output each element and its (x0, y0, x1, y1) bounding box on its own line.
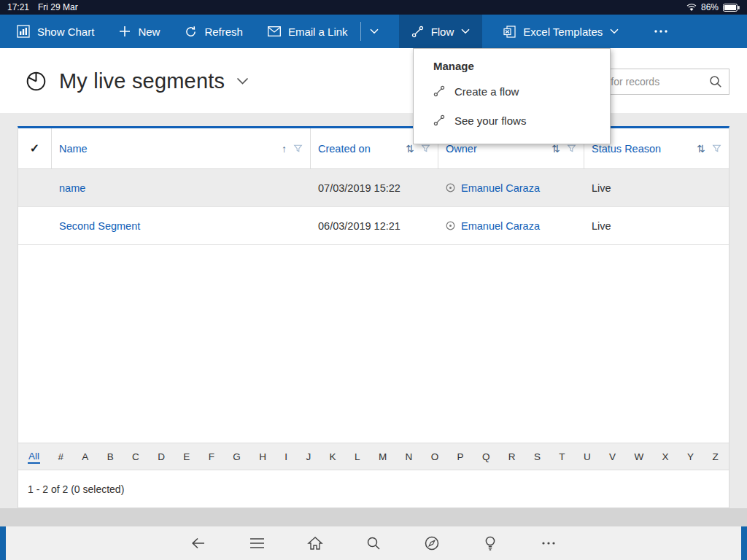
alphabet-filter-C[interactable]: C (131, 451, 140, 463)
alphabet-filter-B[interactable]: B (107, 451, 115, 463)
flow-icon (433, 85, 445, 97)
chart-icon (17, 25, 30, 38)
alphabet-filter-L[interactable]: L (354, 451, 361, 463)
alphabet-filter-N[interactable]: N (405, 451, 414, 463)
new-button[interactable]: New (107, 15, 172, 48)
ellipsis-icon (654, 29, 668, 34)
more-button[interactable] (539, 534, 558, 553)
alphabet-filter-I[interactable]: I (284, 451, 288, 463)
alphabet-filter-Z[interactable]: Z (711, 451, 719, 463)
menu-item-see-your-flows[interactable]: See your flows (414, 106, 610, 135)
back-button[interactable] (189, 534, 208, 553)
bottom-gray-strip (0, 508, 747, 526)
alphabet-filter-V[interactable]: V (608, 451, 616, 463)
status-time: 17:21 (7, 2, 29, 12)
bottom-bar (0, 526, 747, 560)
show-chart-button[interactable]: Show Chart (4, 15, 107, 48)
flow-dropdown-menu: Manage Create a flow See your flows (413, 48, 611, 144)
flow-label: Flow (431, 26, 454, 38)
select-all-column[interactable]: ✓ (18, 128, 52, 168)
record-name-link[interactable]: name (59, 182, 85, 194)
record-count: 1 - 2 of 2 (0 selected) (28, 483, 124, 495)
excel-templates-label: Excel Templates (523, 26, 603, 38)
email-a-link-button[interactable]: Email a Link (255, 15, 360, 48)
alphabet-filter-D[interactable]: D (157, 451, 166, 463)
alphabet-filter-T[interactable]: T (558, 451, 565, 463)
checkmark-icon: ✓ (30, 141, 39, 155)
column-header-name[interactable]: Name ↑ (52, 128, 311, 168)
excel-icon (503, 26, 516, 38)
chevron-down-icon (610, 28, 619, 34)
alphabet-filter-X[interactable]: X (662, 451, 670, 463)
alphabet-filter-J[interactable]: J (305, 451, 311, 463)
alphabet-filter-M[interactable]: M (378, 451, 387, 463)
alphabet-filter-P[interactable]: P (457, 451, 465, 463)
alphabet-filter-Y[interactable]: Y (686, 451, 694, 463)
flow-icon (411, 26, 424, 38)
table-row[interactable]: Second Segment 06/03/2019 12:21 Emanuel … (18, 207, 729, 245)
segment-pie-icon (25, 70, 47, 93)
alphabet-filter-E[interactable]: E (182, 451, 190, 463)
menu-item-create-a-flow[interactable]: Create a flow (414, 77, 610, 106)
status-date: Fri 29 Mar (38, 2, 78, 12)
new-label: New (138, 26, 160, 38)
created-on-cell: 06/03/2019 12:21 (311, 207, 438, 244)
menu-item-label: Create a flow (454, 85, 519, 98)
flow-button[interactable]: Flow (399, 15, 483, 48)
record-count-bar: 1 - 2 of 2 (0 selected) (18, 470, 729, 508)
alphabet-filter-K[interactable]: K (329, 451, 337, 463)
more-commands-button[interactable] (641, 15, 681, 48)
search-icon[interactable] (709, 75, 722, 88)
plus-icon (119, 26, 131, 37)
row-select-cell[interactable] (18, 169, 52, 206)
refresh-button[interactable]: Refresh (172, 15, 255, 48)
email-icon (268, 26, 281, 36)
excel-templates-button[interactable]: Excel Templates (491, 15, 631, 48)
email-a-link-label: Email a Link (288, 26, 348, 38)
show-chart-label: Show Chart (37, 26, 94, 38)
app-nav-bar (6, 526, 741, 560)
alphabet-filter-All[interactable]: All (28, 450, 40, 464)
grid-header-row: ✓ Name ↑ Created on ⇅ Owner ⇅ (18, 128, 729, 169)
ios-status-bar: 17:21 Fri 29 Mar 86% (0, 0, 747, 15)
sort-both-icon[interactable]: ⇅ (697, 143, 705, 155)
home-button[interactable] (306, 534, 325, 553)
alphabet-filter-O[interactable]: O (430, 451, 440, 463)
sort-asc-icon[interactable]: ↑ (282, 143, 287, 155)
owner-status-icon (446, 183, 455, 192)
owner-link[interactable]: Emanuel Caraza (461, 220, 540, 232)
alphabet-filter-H[interactable]: H (258, 451, 267, 463)
alphabet-filter-S[interactable]: S (533, 451, 541, 463)
filter-funnel-icon[interactable] (421, 144, 430, 153)
menu-button[interactable] (247, 534, 266, 553)
alphabet-filter-#[interactable]: # (57, 451, 64, 463)
row-select-cell[interactable] (18, 207, 52, 244)
alphabet-filter-A[interactable]: A (81, 451, 89, 463)
flow-menu-section-label: Manage (414, 60, 610, 77)
chevron-down-icon (236, 77, 249, 85)
status-reason-cell: Live (584, 207, 729, 244)
alphabet-filter-G[interactable]: G (232, 451, 241, 463)
compass-button[interactable] (422, 534, 441, 553)
alphabet-filter-U[interactable]: U (583, 451, 592, 463)
filter-funnel-icon[interactable] (567, 144, 576, 153)
alphabet-filter-Q[interactable]: Q (481, 451, 491, 463)
alphabet-filter-R[interactable]: R (508, 451, 516, 463)
filter-funnel-icon[interactable] (293, 144, 303, 153)
alphabet-bar: All#ABCDEFGHIJKLMNOPQRSTUVWXYZ (18, 443, 729, 470)
alphabet-filter-F[interactable]: F (208, 451, 215, 463)
status-reason-cell: Live (584, 169, 729, 206)
view-selector[interactable]: My live segments (25, 69, 249, 93)
record-name-link[interactable]: Second Segment (59, 220, 140, 232)
chevron-down-icon (461, 28, 470, 34)
alphabet-filter-W[interactable]: W (633, 451, 644, 463)
flow-icon (433, 114, 445, 126)
filter-funnel-icon[interactable] (712, 144, 721, 153)
email-a-link-split-chevron[interactable] (361, 15, 387, 48)
table-row[interactable]: name 07/03/2019 15:22 Emanuel Caraza Liv… (18, 169, 729, 207)
page-header: My live segments (0, 48, 747, 113)
search-button[interactable] (364, 534, 383, 553)
owner-link[interactable]: Emanuel Caraza (461, 182, 540, 194)
refresh-label: Refresh (204, 26, 243, 38)
lightbulb-button[interactable] (481, 534, 500, 553)
